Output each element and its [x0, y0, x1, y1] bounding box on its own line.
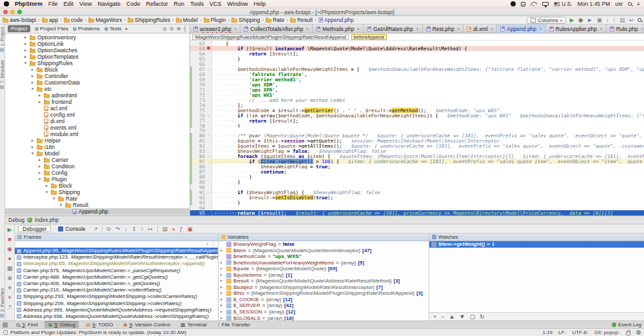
chevron-right-icon[interactable]: ▸: [220, 302, 224, 309]
gutter-line-68[interactable]: 68: [190, 72, 212, 77]
tool-button-9-version-control[interactable]: ◆9: Version Control: [120, 321, 173, 328]
tab-di-xml[interactable]: di.xml×: [463, 25, 497, 33]
variable-result[interactable]: ▸$result = {Magento\Quote\Model\Quote\Ad…: [219, 278, 429, 284]
chevron-right-icon[interactable]: ▸: [30, 137, 35, 144]
menu-phpstorm[interactable]: PhpStorm: [15, 1, 43, 7]
project-tab-project[interactable]: Project: [8, 25, 30, 32]
event-log-button[interactable]: Event Log: [612, 322, 641, 328]
gutter-line-86[interactable]: 86: [190, 164, 212, 169]
line-separator-widget[interactable]: LF↕: [558, 330, 566, 335]
frame-carrier-php-406[interactable]: Carrier.php:406, Magento\Ups\Model\Carri…: [15, 281, 218, 287]
chevron-right-icon[interactable]: ▸: [37, 163, 42, 170]
debugger-tab-console[interactable]: Console: [54, 225, 89, 232]
variable-heavyweightflag[interactable]: $heavyWeightFlag = false: [219, 241, 429, 248]
search-everywhere-icon[interactable]: [638, 18, 641, 22]
breakpoint-icon[interactable]: [206, 46, 211, 51]
frame-carrier-php-210[interactable]: Carrier.php:210, Magento\Ups\Model\Carri…: [15, 287, 218, 293]
frame-append-php-95[interactable]: Append.php:95, MageWorx\ShippingRules\Mo…: [15, 248, 218, 254]
tree-item-optionswatches[interactable]: ▸OptionSwatches: [5, 47, 190, 54]
status-message[interactable]: Platform and Plugin Updates: PhpStorm is…: [10, 330, 186, 335]
encoding-widget[interactable]: UTF-8↕: [572, 330, 589, 335]
chevron-right-icon[interactable]: ▸: [30, 73, 35, 79]
tab-answer2-php[interactable]: answer2.php×: [190, 25, 240, 33]
tab-rulesapplier-php[interactable]: RulesApplier.php×: [546, 25, 607, 33]
tab-rest-php[interactable]: Rest.php×: [423, 25, 464, 33]
gutter-line-62[interactable]: 62: [190, 41, 212, 46]
gutter-line-64[interactable]: 64: [190, 51, 212, 56]
readonly-lock-icon[interactable]: [626, 331, 630, 335]
tree-item-carrier[interactable]: ▸Carrier: [5, 157, 190, 163]
fold-icon[interactable]: ○: [206, 190, 211, 195]
project-tab-project-files[interactable]: Project Files: [35, 26, 68, 32]
tree-item-condition[interactable]: ▸Condition: [5, 163, 190, 170]
variable-methodcode[interactable]: $methodCode = "ups_WXS": [219, 253, 429, 260]
settings-icon[interactable]: ⊕: [7, 275, 12, 281]
fold-icon[interactable]: ○: [206, 133, 211, 138]
copy-icon[interactable]: ▢: [469, 313, 475, 320]
close-icon[interactable]: ×: [234, 26, 237, 32]
pin-icon[interactable]: ★: [7, 284, 12, 291]
frame-interceptor-php-123[interactable]: Interceptor.php:123, Magento\Shipping\Mo…: [15, 254, 218, 261]
commit-changes-icon[interactable]: ↑: [612, 17, 616, 23]
chevron-right-icon[interactable]: ▸: [220, 309, 224, 315]
breadcrumb-append-php[interactable]: Append.php: [318, 17, 354, 23]
caret-position-widget[interactable]: 1:19: [542, 330, 552, 335]
menu-navigate[interactable]: Navigate: [97, 1, 121, 7]
mute-breakpoints-icon[interactable]: ●: [172, 226, 175, 232]
tree-item-append-php[interactable]: Append.php: [5, 208, 190, 215]
checkbox-status-icon[interactable]: ✓: [521, 2, 525, 6]
gutter-line-67[interactable]: 67○: [190, 66, 212, 72]
close-icon[interactable]: ×: [600, 26, 603, 32]
menu-vcs[interactable]: VCS: [210, 1, 222, 7]
fold-icon[interactable]: ○: [206, 153, 211, 159]
gutter-line-65[interactable]: 65: [190, 56, 212, 61]
tab-rule-php[interactable]: Rule.php×: [607, 25, 644, 33]
gutter-line-72[interactable]: 72: [190, 92, 212, 97]
tool-button-file-transfer[interactable]: ↕File Transfer: [214, 321, 253, 328]
variable-server[interactable]: ▸$_SERVER = {array} [42]: [219, 302, 429, 309]
settings-icon[interactable]: ▣: [188, 226, 193, 232]
tree-item-helper[interactable]: ▸Helper: [5, 137, 190, 144]
locate-file-icon[interactable]: ◎: [162, 26, 167, 32]
tree-item-etc[interactable]: ▾etc: [5, 86, 190, 92]
chevron-right-icon[interactable]: ▸: [37, 157, 42, 163]
restore-layout-icon[interactable]: ▣: [596, 17, 602, 23]
chevron-right-icon[interactable]: ▸: [23, 41, 28, 47]
chevron-right-icon[interactable]: ▸: [37, 92, 42, 99]
chevron-down-icon[interactable]: ▾: [30, 150, 35, 157]
gutter-line-87[interactable]: 87: [190, 169, 212, 174]
frame-carrier-php-488[interactable]: Carrier.php:488, Magento\Ups\Model\Carri…: [15, 274, 218, 281]
editor-breadcrumb-path[interactable]: \MageWorx\ShippingRules\Model\Plugin\Shi…: [192, 34, 349, 40]
previous-frame-icon[interactable]: ↑: [206, 242, 208, 248]
tab-collecttotalsafter-php[interactable]: CollectTotalsAfter.php×: [240, 25, 313, 33]
frame-address-php-995[interactable]: Address.php:995, Magento\Quote\Model\Quo…: [15, 307, 218, 313]
menu-help[interactable]: Help: [254, 1, 266, 7]
fold-icon[interactable]: ○: [206, 159, 211, 164]
chevron-right-icon[interactable]: ▸: [220, 315, 224, 321]
gutter-line-88[interactable]: 88: [190, 174, 212, 179]
tree-item-rate[interactable]: ▾Rate: [5, 195, 190, 202]
tree-item-shippingrules[interactable]: ▾ShippingRules: [5, 60, 190, 66]
tab-methods-php[interactable]: Methods.php×: [313, 25, 364, 33]
settings-icon[interactable]: ⊕: [177, 26, 181, 32]
help-icon[interactable]: ?: [8, 304, 11, 310]
tree-item-optiontemplates[interactable]: ▸OptionTemplates: [5, 54, 190, 60]
watch-item-getweight[interactable]: $item->getWeight() = 1: [429, 241, 644, 248]
frame-interceptor-php-65[interactable]: Interceptor.php:65, Magento\Shipping\Mod…: [15, 261, 218, 267]
step-into-icon[interactable]: ↓: [124, 226, 127, 232]
mute-breakpoints-icon[interactable]: ●: [8, 255, 11, 262]
frame-carrier-php-575[interactable]: Carrier.php:575, Magento\Ups\Model\Carri…: [15, 268, 218, 274]
apple-menu-icon[interactable]: [4, 1, 9, 6]
variable-subject[interactable]: ▸$subject = {Magento\Shipping\Model\Rate…: [219, 284, 429, 291]
variable-item[interactable]: ▸$item = {Magento\Quote\Model\Quote\Item…: [219, 248, 429, 254]
gutter-line-63[interactable]: 63: [190, 46, 212, 51]
variable-quoteitems[interactable]: ▸$quoteItems = {array} [1]: [219, 272, 429, 279]
gutter-line-82[interactable]: 82: [190, 143, 212, 148]
breadcrumb-result[interactable]: Result: [290, 17, 313, 23]
chevron-right-icon[interactable]: ▸: [220, 260, 224, 266]
spotlight-icon[interactable]: [628, 2, 632, 6]
collapse-all-icon[interactable]: ⊖: [170, 26, 174, 32]
tool-button-terminal[interactable]: ▦Terminal: [177, 321, 210, 328]
background-tasks-icon[interactable]: [3, 330, 8, 335]
gutter-line-90[interactable]: 90: [190, 184, 212, 190]
